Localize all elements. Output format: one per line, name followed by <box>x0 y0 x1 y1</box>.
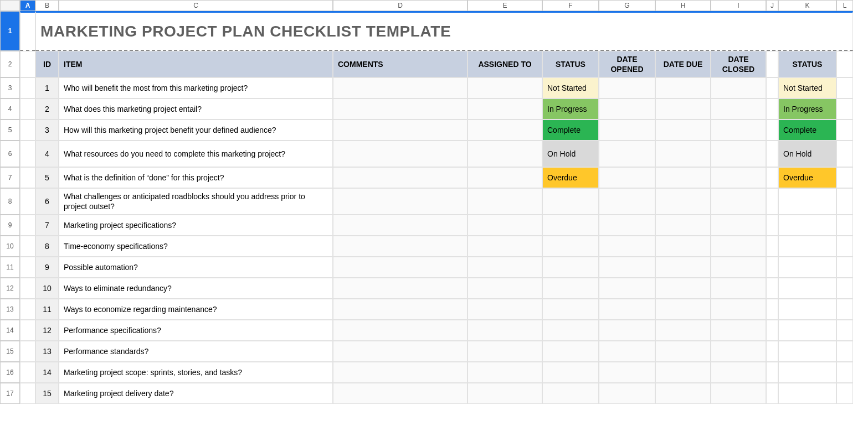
cell-assigned-7[interactable] <box>468 167 542 188</box>
cell-J6[interactable] <box>766 141 778 167</box>
cell-date-due-8[interactable] <box>655 188 711 215</box>
legend-5[interactable]: Complete <box>778 120 836 141</box>
legend-3[interactable]: Not Started <box>778 77 836 98</box>
cell-id-11[interactable]: 9 <box>35 257 59 278</box>
cell-J14[interactable] <box>766 320 778 341</box>
cell-J5[interactable] <box>766 120 778 141</box>
cell-J4[interactable] <box>766 98 778 120</box>
row-header-17[interactable]: 17 <box>0 383 20 404</box>
cell-date-due-3[interactable] <box>655 77 711 98</box>
cell-date-closed-15[interactable] <box>711 341 766 362</box>
cell-status-3[interactable]: Not Started <box>542 77 599 98</box>
cell-comments-4[interactable] <box>333 98 468 120</box>
cell-assigned-16[interactable] <box>468 362 542 383</box>
cell-date-opened-17[interactable] <box>599 383 655 404</box>
cell-item-11[interactable]: Possible automation? <box>59 257 333 278</box>
cell-comments-11[interactable] <box>333 257 468 278</box>
row-header-8[interactable]: 8 <box>0 188 20 215</box>
cell-comments-3[interactable] <box>333 77 468 98</box>
cell-date-opened-6[interactable] <box>599 141 655 167</box>
corner-cell[interactable] <box>0 0 20 11</box>
cell-date-due-6[interactable] <box>655 141 711 167</box>
cell-id-9[interactable]: 7 <box>35 215 59 236</box>
header-id[interactable]: ID <box>35 51 59 77</box>
cell-assigned-4[interactable] <box>468 98 542 120</box>
cell-status-12[interactable] <box>542 278 599 299</box>
cell-assigned-5[interactable] <box>468 120 542 141</box>
cell-A4[interactable] <box>20 98 35 120</box>
cell-A16[interactable] <box>20 362 35 383</box>
cell-comments-16[interactable] <box>333 362 468 383</box>
column-header-A[interactable]: A <box>20 0 35 11</box>
cell-id-10[interactable]: 8 <box>35 236 59 257</box>
cell-K10[interactable] <box>778 236 836 257</box>
cell-comments-15[interactable] <box>333 341 468 362</box>
cell-assigned-9[interactable] <box>468 215 542 236</box>
cell-K14[interactable] <box>778 320 836 341</box>
cell-assigned-10[interactable] <box>468 236 542 257</box>
cell-id-17[interactable]: 15 <box>35 383 59 404</box>
header-date-opened[interactable]: DATE OPENED <box>599 51 655 77</box>
cell-assigned-12[interactable] <box>468 278 542 299</box>
cell-status-8[interactable] <box>542 188 599 215</box>
title-cell[interactable]: MARKETING PROJECT PLAN CHECKLIST TEMPLAT… <box>35 11 853 51</box>
cell-L12[interactable] <box>836 278 853 299</box>
cell-L15[interactable] <box>836 341 853 362</box>
header-assigned-to[interactable]: ASSIGNED TO <box>468 51 542 77</box>
column-header-G[interactable]: G <box>599 0 655 11</box>
cell-status-14[interactable] <box>542 320 599 341</box>
row-header-2[interactable]: 2 <box>0 51 20 77</box>
cell-date-opened-4[interactable] <box>599 98 655 120</box>
cell-date-closed-16[interactable] <box>711 362 766 383</box>
cell-L7[interactable] <box>836 167 853 188</box>
cell-id-6[interactable]: 4 <box>35 141 59 167</box>
cell-status-10[interactable] <box>542 236 599 257</box>
cell-L16[interactable] <box>836 362 853 383</box>
cell-status-11[interactable] <box>542 257 599 278</box>
cell-id-13[interactable]: 11 <box>35 299 59 320</box>
cell-J10[interactable] <box>766 236 778 257</box>
row-header-3[interactable]: 3 <box>0 77 20 98</box>
cell-date-opened-8[interactable] <box>599 188 655 215</box>
cell-K12[interactable] <box>778 278 836 299</box>
row-header-5[interactable]: 5 <box>0 120 20 141</box>
row-header-15[interactable]: 15 <box>0 341 20 362</box>
cell-status-15[interactable] <box>542 341 599 362</box>
cell-K8[interactable] <box>778 188 836 215</box>
cell-A8[interactable] <box>20 188 35 215</box>
cell-J8[interactable] <box>766 188 778 215</box>
cell-status-5[interactable]: Complete <box>542 120 599 141</box>
column-header-B[interactable]: B <box>35 0 59 11</box>
cell-K15[interactable] <box>778 341 836 362</box>
cell-J16[interactable] <box>766 362 778 383</box>
cell-date-closed-8[interactable] <box>711 188 766 215</box>
legend-4[interactable]: In Progress <box>778 98 836 120</box>
cell-item-15[interactable]: Performance standards? <box>59 341 333 362</box>
cell-comments-17[interactable] <box>333 383 468 404</box>
cell-A7[interactable] <box>20 167 35 188</box>
header-comments[interactable]: COMMENTS <box>333 51 468 77</box>
legend-7[interactable]: Overdue <box>778 167 836 188</box>
cell-date-opened-11[interactable] <box>599 257 655 278</box>
cell-item-9[interactable]: Marketing project specifications? <box>59 215 333 236</box>
row-header-6[interactable]: 6 <box>0 141 20 167</box>
row-header-7[interactable]: 7 <box>0 167 20 188</box>
cell-date-due-17[interactable] <box>655 383 711 404</box>
cell-date-opened-7[interactable] <box>599 167 655 188</box>
cell-date-opened-9[interactable] <box>599 215 655 236</box>
cell-L3[interactable] <box>836 77 853 98</box>
cell-date-opened-10[interactable] <box>599 236 655 257</box>
column-header-J[interactable]: J <box>766 0 778 11</box>
cell-date-opened-5[interactable] <box>599 120 655 141</box>
cell-date-closed-5[interactable] <box>711 120 766 141</box>
cell-K13[interactable] <box>778 299 836 320</box>
cell-item-6[interactable]: What resources do you need to complete t… <box>59 141 333 167</box>
cell-date-closed-17[interactable] <box>711 383 766 404</box>
cell-date-closed-4[interactable] <box>711 98 766 120</box>
cell-date-due-13[interactable] <box>655 299 711 320</box>
cell-date-opened-3[interactable] <box>599 77 655 98</box>
cell-date-closed-10[interactable] <box>711 236 766 257</box>
cell-date-opened-14[interactable] <box>599 320 655 341</box>
cell-assigned-14[interactable] <box>468 320 542 341</box>
cell-status-13[interactable] <box>542 299 599 320</box>
